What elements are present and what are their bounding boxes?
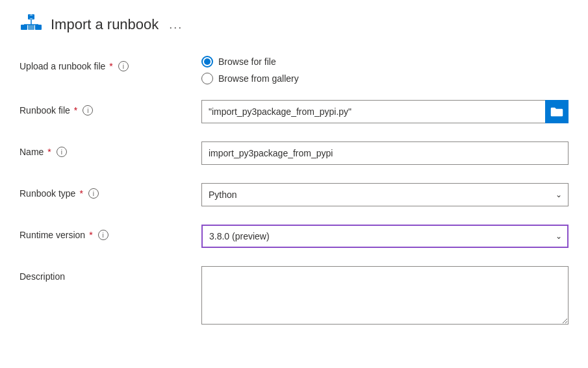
upload-runbook-row: Upload a runbook file * i Browse for fil… — [19, 56, 569, 84]
page-header: Import a runbook ... — [19, 13, 569, 36]
svg-rect-2 — [35, 25, 42, 30]
runbook-type-row: Runbook type * i Python PowerShell Pytho… — [19, 183, 569, 209]
name-input[interactable] — [201, 141, 569, 165]
file-input-wrapper — [201, 100, 569, 123]
name-row: Name * i — [19, 141, 569, 167]
name-label-text: Name — [19, 147, 44, 157]
runbook-type-required: * — [79, 188, 83, 199]
description-control — [201, 266, 569, 326]
runbook-type-select[interactable]: Python PowerShell Python 2 Python 3 — [201, 183, 569, 206]
description-label-text: Description — [19, 271, 65, 282]
runbook-file-control — [201, 100, 569, 123]
browse-for-file-option[interactable]: Browse for file — [201, 56, 569, 67]
upload-runbook-label-text: Upload a runbook file — [19, 61, 105, 71]
browse-from-gallery-option[interactable]: Browse from gallery — [201, 73, 569, 84]
svg-rect-3 — [28, 25, 34, 30]
upload-runbook-required: * — [109, 61, 112, 71]
description-textarea[interactable] — [201, 266, 569, 325]
runbook-type-label-text: Runbook type — [19, 188, 75, 199]
runbook-type-info-icon[interactable]: i — [88, 188, 99, 199]
runtime-version-required: * — [89, 230, 92, 240]
browse-from-gallery-radio[interactable] — [201, 73, 213, 84]
page-title: Import a runbook — [51, 16, 159, 33]
upload-runbook-control: Browse for file Browse from gallery — [201, 56, 569, 84]
runtime-version-label-text: Runtime version — [19, 230, 85, 240]
runbook-file-row: Runbook file * i — [19, 100, 569, 126]
browse-for-file-radio[interactable] — [201, 56, 213, 67]
upload-runbook-info-icon[interactable]: i — [118, 61, 129, 71]
name-label: Name * i — [19, 141, 201, 157]
name-control — [201, 141, 569, 165]
description-row: Description — [19, 266, 569, 326]
runbook-file-input[interactable] — [201, 100, 545, 123]
runbook-file-label: Runbook file * i — [19, 100, 201, 116]
svg-rect-1 — [21, 25, 27, 30]
runbook-type-label: Runbook type * i — [19, 183, 201, 199]
runbook-file-required: * — [74, 105, 77, 116]
file-browse-button[interactable] — [545, 100, 569, 123]
runbook-file-label-text: Runbook file — [19, 105, 70, 116]
runtime-version-control: 3.8.0 (preview) 3.6.0 2.7.0 ⌄ — [201, 225, 569, 248]
name-required: * — [47, 147, 51, 157]
browse-from-gallery-label: Browse from gallery — [218, 73, 299, 84]
runtime-version-info-icon[interactable]: i — [98, 230, 109, 240]
runtime-version-select-wrapper: 3.8.0 (preview) 3.6.0 2.7.0 ⌄ — [201, 225, 569, 248]
runbook-type-control: Python PowerShell Python 2 Python 3 ⌄ — [201, 183, 569, 206]
runbook-file-info-icon[interactable]: i — [83, 105, 93, 116]
browse-for-file-label: Browse for file — [218, 56, 276, 67]
name-info-icon[interactable]: i — [57, 147, 67, 157]
more-options-button[interactable]: ... — [169, 18, 183, 32]
upload-runbook-label: Upload a runbook file * i — [19, 56, 201, 71]
folder-icon — [550, 106, 563, 117]
runbook-type-select-wrapper: Python PowerShell Python 2 Python 3 ⌄ — [201, 183, 569, 206]
runtime-version-row: Runtime version * i 3.8.0 (preview) 3.6.… — [19, 225, 569, 251]
azure-automation-icon — [19, 13, 43, 36]
runtime-version-label: Runtime version * i — [19, 225, 201, 240]
description-label: Description — [19, 266, 201, 282]
svg-rect-9 — [551, 110, 563, 116]
upload-type-radio-group: Browse for file Browse from gallery — [201, 56, 569, 84]
runtime-version-select[interactable]: 3.8.0 (preview) 3.6.0 2.7.0 — [201, 225, 569, 248]
